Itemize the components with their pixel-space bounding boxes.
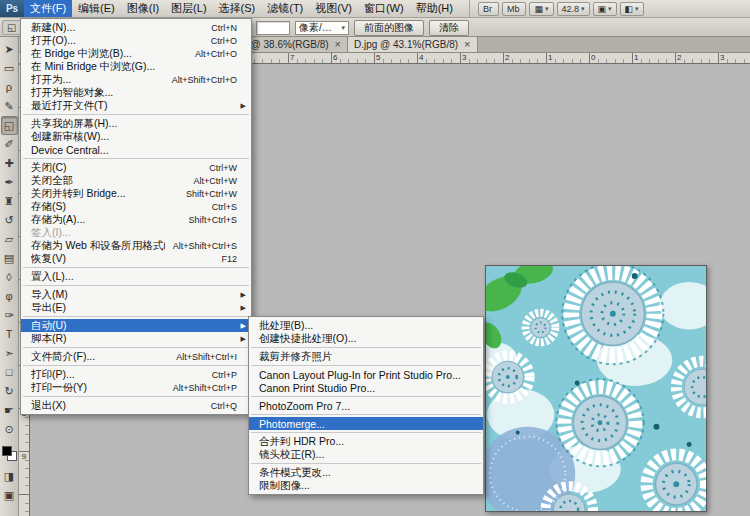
close-icon[interactable]: × — [464, 39, 470, 50]
menu-image[interactable]: 图像(I) — [121, 0, 165, 17]
menu-item[interactable]: 共享我的屏幕(H)... — [21, 117, 251, 130]
eraser-tool[interactable]: ▱ — [1, 230, 18, 249]
gradient-tool[interactable]: ▤ — [1, 249, 18, 268]
screen-mode-toggle[interactable]: ▣ — [1, 486, 18, 505]
submenu-item[interactable]: 裁剪并修齐照片 — [249, 350, 483, 363]
clear-button[interactable]: 清除 — [429, 20, 469, 36]
resolution-input[interactable] — [256, 21, 290, 35]
app-bar: Br Mb ▦ ▾ 42.8 ▾ ▣ ▾ ◧ ▾ — [469, 0, 644, 17]
menu-item-label: 脚本(R) — [31, 332, 229, 346]
menu-item[interactable]: 关闭(C) Ctrl+W — [21, 161, 251, 174]
submenu-item[interactable]: 镜头校正(R)... — [249, 448, 483, 461]
menu-item[interactable]: 签入(I)... — [21, 226, 251, 239]
marquee-tool[interactable]: ▭ — [1, 59, 18, 78]
menu-item-label: 导出(E) — [31, 301, 229, 315]
zoom-level-control[interactable]: 42.8 ▾ — [557, 2, 590, 16]
submenu-item[interactable]: 合并到 HDR Pro... — [249, 435, 483, 448]
menu-item[interactable]: 在 Bridge 中浏览(B)... Alt+Ctrl+O — [21, 47, 251, 60]
menu-edit[interactable]: 编辑(E) — [72, 0, 121, 17]
dodge-tool[interactable]: φ — [1, 287, 18, 306]
document-image[interactable] — [485, 265, 707, 512]
close-icon[interactable]: × — [335, 39, 341, 50]
menu-item[interactable]: 打开为... Alt+Shift+Ctrl+O — [21, 73, 251, 86]
menu-window[interactable]: 窗口(W) — [358, 0, 410, 17]
menu-item[interactable]: 打印一份(Y) Alt+Shift+Ctrl+P — [21, 381, 251, 394]
crop-tool[interactable]: ◱ — [1, 116, 18, 135]
lasso-tool[interactable]: ρ — [1, 78, 18, 97]
resolution-unit-select[interactable]: 像素/… ▾ — [295, 21, 349, 35]
menu-view[interactable]: 视图(V) — [309, 0, 358, 17]
view-extras-button[interactable]: ▦ ▾ — [529, 2, 553, 16]
menu-item[interactable]: 导入(M) ▶ — [21, 288, 251, 301]
menu-item-shortcut: Alt+Ctrl+O — [195, 49, 237, 59]
menu-layer[interactable]: 图层(L) — [165, 0, 212, 17]
eyedropper-tool[interactable]: ✐ — [1, 135, 18, 154]
submenu-item[interactable]: 限制图像... — [249, 479, 483, 492]
path-selection-tool[interactable]: ➣ — [1, 344, 18, 363]
submenu-item[interactable]: 条件模式更改... — [249, 466, 483, 479]
hand-tool[interactable]: ☛ — [1, 401, 18, 420]
menu-item[interactable]: 存储(S) Ctrl+S — [21, 200, 251, 213]
quick-selection-tool[interactable]: ✎ — [1, 97, 18, 116]
menu-item[interactable]: 最近打开文件(T) ▶ — [21, 99, 251, 112]
document-tab-title: @ 38.6%(RGB/8) — [251, 39, 329, 50]
tool-icon: □ — [6, 367, 13, 378]
menu-filter[interactable]: 滤镜(T) — [261, 0, 309, 17]
submenu-item[interactable]: 创建快捷批处理(O)... — [249, 332, 483, 345]
move-tool[interactable]: ➤ — [1, 40, 18, 59]
type-tool[interactable]: T — [1, 325, 18, 344]
menu-item[interactable]: 退出(X) Ctrl+Q — [21, 399, 251, 412]
submenu-item[interactable]: Canon Print Studio Pro... — [249, 381, 483, 394]
menu-item[interactable]: 打开为智能对象... — [21, 86, 251, 99]
tool-icon: ✒ — [4, 177, 13, 188]
rotate-3d-tool[interactable]: ↻ — [1, 382, 18, 401]
brush-tool[interactable]: ✒ — [1, 173, 18, 192]
ruler-number: 3 — [718, 53, 750, 63]
zoom-tool[interactable]: ⊙ — [1, 420, 18, 439]
mini-bridge-button[interactable]: Mb — [502, 2, 527, 16]
bridge-button[interactable]: Br — [478, 2, 499, 16]
menu-item[interactable]: 置入(L)... — [21, 270, 251, 283]
menu-item[interactable]: 在 Mini Bridge 中浏览(G)... — [21, 60, 251, 73]
history-brush-tool[interactable]: ↺ — [1, 211, 18, 230]
foreground-color-swatch[interactable] — [2, 446, 12, 456]
file-menu-item-automate[interactable]: 自动(U) ▶ — [21, 319, 251, 332]
menu-item[interactable]: 新建(N)... Ctrl+N — [21, 21, 251, 34]
menu-item[interactable]: 文件简介(F)... Alt+Shift+Ctrl+I — [21, 350, 251, 363]
arrange-documents-button[interactable]: ▣ ▾ — [593, 2, 617, 16]
screen-mode-button[interactable]: ◧ ▾ — [620, 2, 644, 16]
shape-tool[interactable]: □ — [1, 363, 18, 382]
menu-item[interactable]: 关闭并转到 Bridge... Shift+Ctrl+W — [21, 187, 251, 200]
document-tab[interactable]: D.jpg @ 43.1%(RGB/8) × — [348, 37, 478, 52]
submenu-item-photomerge[interactable]: Photomerge... — [249, 417, 483, 430]
menu-file[interactable]: 文件(F) — [24, 0, 72, 17]
menu-item[interactable]: 存储为(A)... Shift+Ctrl+S — [21, 213, 251, 226]
menu-item[interactable]: 关闭全部 Alt+Ctrl+W — [21, 174, 251, 187]
menu-item[interactable]: Device Central... — [21, 143, 251, 156]
menu-separator — [23, 114, 249, 115]
menu-item[interactable]: 导出(E) ▶ — [21, 301, 251, 314]
menu-item-label: 签入(I)... — [31, 226, 229, 240]
submenu-item[interactable]: Canon Layout Plug-In for Print Studio Pr… — [249, 368, 483, 381]
menu-item[interactable]: 打印(P)... Ctrl+P — [21, 368, 251, 381]
menu-item[interactable]: 脚本(R) ▶ — [21, 332, 251, 345]
menu-item-label: 打开为智能对象... — [31, 86, 229, 100]
healing-brush-tool[interactable]: ✚ — [1, 154, 18, 173]
tool-icon: ✎ — [4, 101, 13, 112]
menu-item[interactable]: 恢复(V) F12 — [21, 252, 251, 265]
menu-item[interactable]: 存储为 Web 和设备所用格式(D)... Alt+Shift+Ctrl+S — [21, 239, 251, 252]
quick-mask-button[interactable]: ◨ — [1, 467, 18, 486]
menu-item[interactable]: 打开(O)... Ctrl+O — [21, 34, 251, 47]
submenu-item[interactable]: PhotoZoom Pro 7... — [249, 399, 483, 412]
menu-item[interactable]: 创建新审核(W)... — [21, 130, 251, 143]
menu-separator — [23, 365, 249, 366]
clone-stamp-tool[interactable]: ♜ — [1, 192, 18, 211]
blur-tool[interactable]: ◊ — [1, 268, 18, 287]
submenu-item[interactable]: 批处理(B)... — [249, 319, 483, 332]
front-image-button[interactable]: 前面的图像 — [354, 20, 424, 36]
menu-select[interactable]: 选择(S) — [213, 0, 262, 17]
pen-tool[interactable]: ✑ — [1, 306, 18, 325]
menu-item-label: 文件简介(F)... — [31, 350, 168, 364]
menu-help[interactable]: 帮助(H) — [410, 0, 459, 17]
color-swatches[interactable] — [2, 446, 17, 461]
